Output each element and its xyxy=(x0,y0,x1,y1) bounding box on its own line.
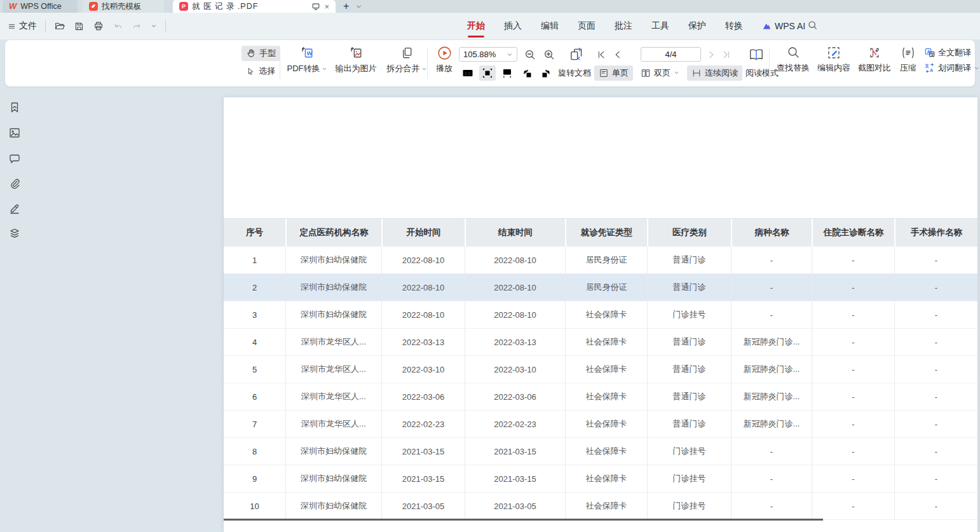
table-row: 3深圳市妇幼保健院2022-08-102022-08-10社会保障卡门诊挂号--… xyxy=(224,301,977,329)
table-cell: 6 xyxy=(224,383,285,410)
double-page-button[interactable]: 双页 xyxy=(636,65,684,81)
wps-ai-button[interactable]: WPS AI xyxy=(762,21,805,31)
next-page-icon[interactable] xyxy=(706,50,716,60)
export-image-button[interactable]: 输出为图片 xyxy=(333,45,379,74)
table-cell: 普通门诊 xyxy=(647,383,731,410)
column-header: 医疗类别 xyxy=(647,219,731,247)
menu-tab-protect[interactable]: 保护 xyxy=(688,20,706,32)
table-cell: 社会保障卡 xyxy=(565,493,647,519)
redo-icon[interactable] xyxy=(132,21,142,32)
bookmarks-panel-icon[interactable] xyxy=(8,102,21,114)
comments-panel-icon[interactable] xyxy=(8,153,21,165)
table-cell: - xyxy=(731,274,812,301)
full-translate-button[interactable]: A文 全文翻译 xyxy=(924,47,979,58)
pdf-page[interactable]: 序号定点医药机构名称开始时间结束时间就诊凭证类型医疗类别病种名称住院主诊断名称手… xyxy=(224,97,977,532)
table-cell: 2022-08-10 xyxy=(465,247,565,273)
last-page-icon[interactable] xyxy=(721,50,732,60)
menu-tab-convert[interactable]: 转换 xyxy=(725,20,743,32)
table-cell: - xyxy=(812,274,894,301)
close-tab-icon[interactable]: × xyxy=(324,3,329,11)
play-button[interactable]: 播放 xyxy=(432,45,456,74)
fit-width-button[interactable] xyxy=(479,65,496,81)
single-page-button[interactable]: 单页 xyxy=(594,65,633,81)
table-cell: - xyxy=(894,356,977,383)
table-cell: - xyxy=(812,329,894,355)
monitor-icon[interactable] xyxy=(311,2,320,11)
zoom-out-icon[interactable] xyxy=(524,48,536,61)
attachments-panel-icon[interactable] xyxy=(8,177,21,190)
column-header: 病种名称 xyxy=(731,219,812,247)
page-number-input[interactable] xyxy=(641,47,701,62)
table-cell: 社会保障卡 xyxy=(565,438,647,465)
table-cell: - xyxy=(894,383,977,410)
actual-size-button[interactable]: 1:1 xyxy=(459,65,476,81)
table-cell: - xyxy=(894,438,977,465)
split-merge-button[interactable]: 拆分合并 xyxy=(384,45,430,74)
read-mode-label[interactable]: 阅读模式 xyxy=(745,67,779,79)
tab-document-pdf[interactable]: P 就 医 记 录 .PDF × xyxy=(173,0,336,13)
rotate-right-button[interactable] xyxy=(538,65,555,81)
menu-tab-page[interactable]: 页面 xyxy=(578,20,595,32)
tab-docer-templates[interactable]: 找稻壳模板 xyxy=(83,0,164,13)
column-header: 开始时间 xyxy=(381,219,465,247)
wps-ai-logo-icon xyxy=(762,22,772,31)
zoom-level-select[interactable]: 105.88% xyxy=(459,47,517,62)
save-icon[interactable] xyxy=(74,21,85,32)
hand-tool-button[interactable]: 手型 xyxy=(242,46,280,61)
thumbnails-panel-icon[interactable] xyxy=(8,126,21,139)
file-menu-button[interactable]: 文件 xyxy=(8,20,37,32)
previous-page-icon[interactable] xyxy=(613,50,623,60)
table-cell: 深圳市龙华区人... xyxy=(285,411,381,437)
print-icon[interactable] xyxy=(93,20,104,32)
table-cell: - xyxy=(894,411,977,437)
continuous-read-icon xyxy=(691,68,702,78)
table-cell: 普通门诊 xyxy=(647,274,731,301)
table-cell: 普通门诊 xyxy=(647,329,731,355)
undo-history-chevron-icon[interactable] xyxy=(151,23,157,29)
table-cell: 居民身份证 xyxy=(565,274,647,301)
word-translate-button[interactable]: 文A 划词翻译 xyxy=(924,62,979,74)
search-icon[interactable] xyxy=(807,20,818,31)
menu-tab-annotate[interactable]: 批注 xyxy=(615,20,632,32)
pdf-file-icon: P xyxy=(179,2,188,11)
rotate-left-button[interactable] xyxy=(519,65,535,81)
menu-tab-edit[interactable]: 编辑 xyxy=(541,20,559,32)
tab-list-chevron-icon[interactable] xyxy=(355,3,362,10)
fit-page-button[interactable] xyxy=(499,65,515,81)
continuous-read-button[interactable]: 连续阅读 xyxy=(687,65,742,81)
menu-tab-home[interactable]: 开始 xyxy=(467,20,485,32)
compress-button[interactable]: 压缩 xyxy=(897,45,919,74)
table-cell: 2022-03-13 xyxy=(465,329,565,355)
chevron-down-icon xyxy=(421,66,427,72)
tab-label: 就 医 记 录 .PDF xyxy=(192,1,258,12)
edit-content-button[interactable]: 编辑内容 xyxy=(816,45,852,74)
open-folder-icon[interactable] xyxy=(54,20,65,32)
find-replace-button[interactable]: 查找替换 xyxy=(775,45,811,74)
tab-wps-office[interactable]: W WPS Office xyxy=(3,0,78,13)
table-cell: 门诊挂号 xyxy=(647,493,731,519)
table-cell: 深圳市龙华区人... xyxy=(285,356,381,383)
column-header: 就诊凭证类型 xyxy=(565,219,647,247)
menu-tab-tools[interactable]: 工具 xyxy=(651,20,669,32)
export-image-icon xyxy=(348,45,364,61)
table-row: 10深圳市妇幼保健院2021-03-052021-03-05社会保障卡门诊挂号-… xyxy=(224,493,977,520)
table-cell: 深圳市龙华区人... xyxy=(285,383,381,410)
rotate-pages-icon[interactable] xyxy=(568,46,585,63)
menu-tab-insert[interactable]: 插入 xyxy=(504,20,522,32)
table-cell: 1 xyxy=(224,247,285,273)
undo-icon[interactable] xyxy=(112,21,123,32)
new-tab-button[interactable]: + xyxy=(343,0,349,13)
table-cell: 2022-03-10 xyxy=(465,356,565,383)
table-cell: 2021-03-05 xyxy=(465,493,565,519)
zoom-in-icon[interactable] xyxy=(543,48,555,61)
screenshot-compare-button[interactable]: 截图对比 xyxy=(857,45,892,74)
table-row: 4深圳市龙华区人...2022-03-132022-03-13社会保障卡普通门诊… xyxy=(224,329,977,356)
docer-icon xyxy=(89,2,98,11)
select-tool-button[interactable]: 选择 xyxy=(242,64,280,79)
layers-panel-icon[interactable] xyxy=(8,228,21,240)
signature-panel-icon[interactable] xyxy=(8,202,21,215)
pdf-convert-button[interactable]: W PDF转换 xyxy=(286,45,328,74)
read-mode-icon[interactable] xyxy=(748,46,765,63)
first-page-icon[interactable] xyxy=(596,50,606,60)
rotate-doc-label[interactable]: 旋转文档 xyxy=(558,67,591,79)
